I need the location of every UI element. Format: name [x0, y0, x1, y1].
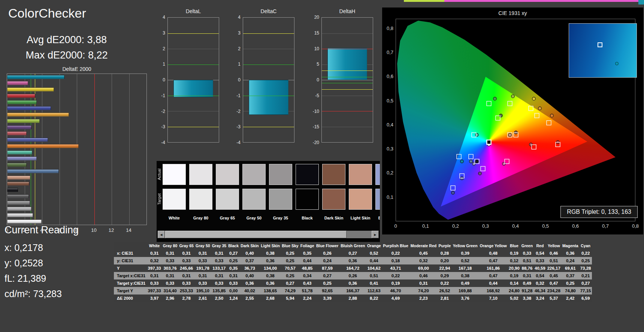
axis-tick-label: 0,6 [570, 223, 581, 229]
column-header-gray-50: Gray 50 [194, 242, 211, 249]
table-cell: 0,33 [178, 257, 195, 264]
table-cell: 0,49 [452, 279, 479, 287]
axis-tick-label: 4 [232, 15, 241, 20]
table-row: x: CIE310,310,310,310,310,310,270,400,38… [114, 249, 592, 257]
table-cell: 69,61 [561, 264, 579, 272]
table-cell: 2,68 [260, 294, 281, 302]
table-cell: 40,59 [534, 264, 547, 272]
table-cell: 22,94 [438, 264, 452, 272]
column-header-green: Green [520, 242, 533, 249]
y-axis-labels: 43210-1-2-3-4 [157, 17, 166, 143]
table-cell: 3,24 [534, 294, 547, 302]
gridline [42, 74, 42, 225]
table-cell: 2,23 [409, 294, 438, 302]
reference-line [243, 127, 294, 127]
table-cell: 0,45 [409, 249, 438, 257]
scrollbar-thumb[interactable] [165, 231, 347, 238]
table-cell: 0,14 [508, 279, 521, 287]
table-cell: 3,38 [520, 294, 533, 302]
avg-de2000: Avg dE2000: 3,88 [10, 32, 123, 48]
column-header-dark-skin: Dark Skin [240, 242, 260, 249]
table-cell: 0,25 [281, 249, 300, 257]
table-cell: 0,00 [227, 287, 240, 294]
deltae-bar-bluish-green [7, 150, 32, 155]
cie-zoom-inset [569, 23, 637, 78]
column-header-red: Red [534, 242, 547, 249]
measured-point [550, 114, 553, 117]
axis-tick-label: 0 [310, 77, 319, 83]
gridline [322, 96, 373, 96]
axis-tick-label: -2 [232, 109, 241, 114]
swatch-scrollbar[interactable]: ◄ ► [158, 231, 379, 238]
deltae-bar-blue-sky [7, 169, 59, 173]
table-cell: 5,02 [508, 294, 521, 302]
gridline [129, 74, 130, 225]
target-point [547, 120, 551, 125]
table-cell: 0,36 [260, 257, 281, 264]
deltac-plot [243, 17, 294, 143]
table-cell: 0,38 [260, 272, 281, 279]
table-cell: 0,28 [438, 249, 452, 257]
deltal-plot [167, 17, 219, 143]
table-cell: 0,33 [194, 257, 211, 264]
deltae-bar-dark-skin [7, 182, 29, 186]
deltae-bar-white [7, 219, 42, 224]
deltah-bar [327, 48, 367, 80]
table-cell: 0,44 [366, 257, 382, 264]
swatch-actual-gray-80 [189, 164, 212, 185]
deltae-bar-purple [7, 125, 31, 129]
scroll-left-button[interactable]: ◄ [158, 231, 165, 238]
measured-point [508, 133, 511, 136]
table-cell: 0,31 [162, 272, 178, 279]
table-cell: 0,37 [561, 272, 579, 279]
table-cell: 0,31 [178, 249, 195, 257]
gridline [168, 111, 219, 111]
table-cell: 0,24 [561, 257, 579, 264]
scroll-right-button[interactable]: ► [372, 231, 379, 238]
table-cell: 2,61 [194, 294, 211, 302]
swatch-actual-gray-35 [269, 164, 292, 185]
axis-tick-label: 0,4 [384, 122, 393, 128]
swatch-target-dark-skin [322, 189, 345, 210]
deltae-bar-green [7, 100, 37, 104]
row-label: Target x:CIE31 [114, 272, 147, 279]
table-cell: 0,47 [479, 257, 508, 264]
chart-title: DeltaC [243, 8, 294, 14]
axis-tick-label: 5 [310, 62, 319, 67]
column-header-moderate-red: Moderate Red [409, 242, 438, 249]
axis-tick-label: 3 [232, 30, 241, 36]
column-header-yellow-green: Yellow Green [452, 242, 479, 249]
table-cell: 0,25 [579, 257, 592, 264]
table-cell: 0,27 [579, 279, 592, 287]
y-axis-labels: 20151050-5-10-15-20 [311, 17, 320, 143]
swatch-actual-black [296, 164, 319, 185]
axis-tick-label: 4 [156, 15, 165, 20]
reference-line [243, 96, 294, 96]
table-cell: 69,00 [409, 264, 438, 272]
table-cell: 0,27 [339, 249, 366, 257]
table-cell: 112,63 [366, 287, 382, 294]
deltae-bar-purplish-blue [7, 138, 48, 142]
deltal-bar [173, 80, 213, 97]
table-cell: 0,47 [479, 272, 508, 279]
table-cell: 0,22 [382, 249, 409, 257]
reference-line [168, 127, 219, 127]
row-label: Y [114, 264, 147, 272]
table-cell: 0,44 [479, 279, 508, 287]
table-cell: 0,31 [227, 272, 240, 279]
swatch-labels-row: WhiteGray 80Gray 65Gray 50Gray 35BlackDa… [163, 216, 380, 220]
measured-point [493, 97, 496, 100]
table-cell: 0,18 [382, 257, 409, 264]
table-cell: 0,26 [315, 249, 339, 257]
table-cell: 0,31 [147, 272, 162, 279]
table-cell: 0,19 [508, 272, 521, 279]
column-header-white: White [147, 242, 162, 249]
target-point [487, 101, 491, 106]
gridline [322, 33, 373, 34]
chart-title: DeltaH [321, 8, 373, 14]
deltae-bar-blue [7, 106, 51, 110]
table-cell: 77,15 [579, 287, 592, 294]
top-strip-lime [404, 0, 444, 2]
axis-tick-label: -10 [310, 109, 319, 114]
table-cell: 5,37 [546, 294, 561, 302]
